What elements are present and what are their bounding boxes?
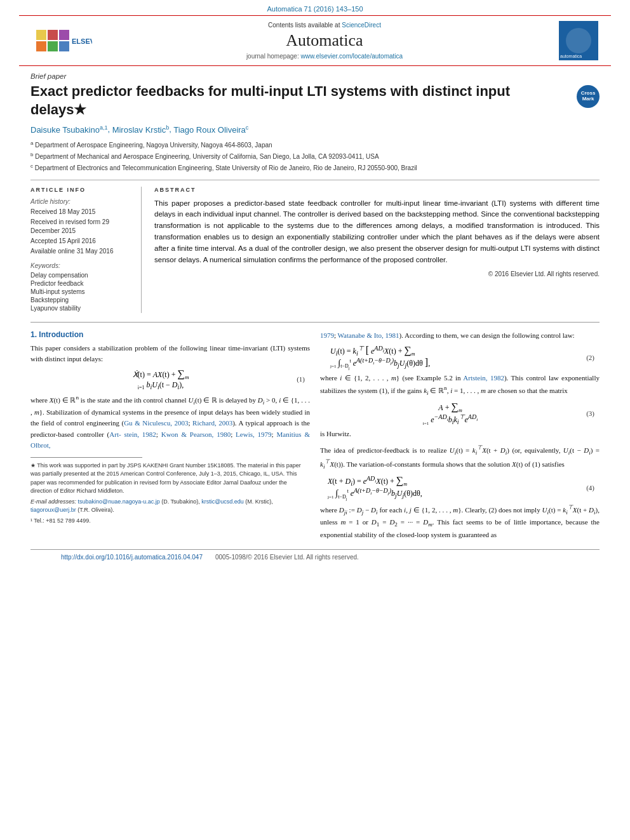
ref-kwon-link[interactable]: Kwon & Pearson, 1980 [161,430,231,438]
abstract-label: ABSTRACT [154,187,600,193]
elsevier-svg-logo: ELSEVIER [35,29,92,53]
affil-b: b Department of Mechanical and Aerospace… [30,151,600,161]
article-info-column: ARTICLE INFO Article history: Received 1… [30,187,142,313]
article-info-label: ARTICLE INFO [30,187,133,193]
email-krstic[interactable]: krstic@ucsd.edu [201,498,244,505]
revised-date: Received in revised form 29 December 201… [30,218,133,236]
svg-rect-2 [59,41,69,51]
keyword-4: Backstepping [30,297,133,303]
eq4-content: X(t + Di) = eADiX(t) + ∑mj=1 ∫t−Djt eA(t… [325,475,575,500]
abstract-column: ABSTRACT This paper proposes a predictor… [154,187,600,313]
paper-type-label: Brief paper [30,72,600,80]
right-para4: The idea of predictor-feedback is to rea… [320,443,600,471]
paper-title-area: Cross Mark Exact predictor feedbacks for… [30,83,600,119]
page: Automatica 71 (2016) 143–150 ELSEVIER [0,0,630,840]
journal-title: Automatica [95,31,554,50]
equation-4: X(t + Di) = eADiX(t) + ∑mj=1 ∫t−Djt eA(t… [325,475,594,500]
equation-2: Ui(t) = ki⊤ [ eADiX(t) + ∑mj=1 ∫t−Djt eA… [325,345,594,370]
journal-thumb-image [559,21,598,60]
eq2-number: (2) [575,354,594,361]
contents-line: Contents lists available at ScienceDirec… [95,22,554,29]
affiliations: a Department of Aerospace Engineering, N… [30,140,600,173]
email-oliveira[interactable]: tiagoroux@uerj.br [30,507,76,513]
ref-1979-link[interactable]: 1979 [320,331,334,339]
authors-line: Daisuke Tsubakinoa,1, Miroslav Krsticb, … [30,124,600,134]
intro-para1: This paper considers a stabilization pro… [30,343,310,364]
copyright-line: © 2016 Elsevier Ltd. All rights reserved… [154,270,600,277]
online-date: Available online 31 May 2016 [30,247,133,256]
eq1-number: (1) [286,375,305,383]
paper-content: Brief paper Cross Mark Exact predictor f… [30,66,600,564]
author-3: Tiago Roux Oliveirac [173,125,248,135]
svg-rect-5 [59,30,69,40]
homepage-link[interactable]: www.elsevier.com/locate/automatica [301,53,403,60]
right-para2: where i ∈ {1, 2, . . . , m} (see Example… [320,373,600,397]
journal-ref: Automatica 71 (2016) 143–150 [0,0,630,15]
elsevier-logo: ELSEVIER [32,29,95,53]
right-para1: 1979; Watanabe & Ito, 1981). According t… [320,330,600,341]
footnote-tel: ¹ Tel.: +81 52 789 4499. [30,517,310,526]
ref-gu-link[interactable]: Gu & Niculescu, 2003 [124,419,188,427]
keyword-5: Lyapunov stability [30,305,133,312]
affil-c: c Department of Electronics and Telecomm… [30,163,600,173]
body-columns: 1. Introduction This paper considers a s… [30,322,600,544]
ref-lewis-link[interactable]: Lewis, 1979 [236,430,271,438]
journal-center: Contents lists available at ScienceDirec… [95,22,554,60]
eq4-number: (4) [575,484,594,491]
equation-3: A + ∑mi=1 e−ADibiki⊤eADi (3) [325,401,594,426]
ref-watanabe-link[interactable]: Watanabe & Ito, 1981 [338,331,399,339]
bottom-strip: http://dx.doi.org/10.1016/j.automatica.2… [30,549,600,564]
homepage-line: journal homepage: www.elsevier.com/locat… [95,53,554,60]
paper-title: Exact predictor feedbacks for multi-inpu… [30,83,600,119]
issn-text: 0005-1098/© 2016 Elsevier Ltd. All right… [215,554,359,561]
journal-thumb [554,21,598,60]
right-para5: where Dji := Dj − Di for each i, j ∈ {1,… [320,503,600,540]
keyword-3: Multi-input systems [30,288,133,295]
email-tsubakino[interactable]: tsubakino@nuae.nagoya-u.ac.jp [78,498,160,505]
abstract-text: This paper proposes a predictor-based st… [154,198,600,266]
keyword-2: Predictor feedback [30,280,133,287]
doi-link[interactable]: http://dx.doi.org/10.1016/j.automatica.2… [61,554,203,561]
crossmark: Cross Mark [577,85,600,108]
sciencedirect-link[interactable]: ScienceDirect [342,22,381,29]
svg-rect-1 [48,41,58,51]
author-1: Daisuke Tsubakinoa,1 [30,125,107,135]
journal-header: ELSEVIER Contents lists available at Sci… [19,15,611,66]
svg-rect-3 [36,30,46,40]
eq2-content: Ui(t) = ki⊤ [ eADiX(t) + ∑mj=1 ∫t−Djt eA… [325,345,575,370]
footnote-star: ★ This work was supported in part by JSP… [30,462,310,496]
accepted-date: Accepted 15 April 2016 [30,237,133,246]
article-info-abstract: ARTICLE INFO Article history: Received 1… [30,180,600,313]
equation-1: Ẋ(t) = AX(t) + ∑mi=1 biUi(t − Di), (1) [36,368,305,391]
section1-heading: 1. Introduction [30,330,310,339]
svg-rect-0 [36,41,46,51]
affil-a: a Department of Aerospace Engineering, N… [30,140,600,150]
body-left-column: 1. Introduction This paper considers a s… [30,330,310,544]
ref-artstein82-link[interactable]: Artstein, 1982 [463,374,504,382]
eq3-number: (3) [575,410,594,417]
author-2: Miroslav Krsticb [112,125,170,135]
eq1-content: Ẋ(t) = AX(t) + ∑mi=1 biUi(t − Di), [36,368,286,391]
svg-rect-4 [48,30,58,40]
received-date: Received 18 May 2015 [30,208,133,217]
intro-para2: where X(t) ∈ ℝn is the state and the ith… [30,393,310,450]
eq3-content: A + ∑mi=1 e−ADibiki⊤eADi [325,401,575,426]
ref-richard-link[interactable]: Richard, 2003 [192,419,232,427]
keyword-1: Delay compensation [30,272,133,279]
keywords-label: Keywords: [30,262,133,269]
footnote-email: E-mail addresses: tsubakino@nuae.nagoya-… [30,498,310,515]
right-para3: is Hurwitz. [320,429,600,439]
svg-text:ELSEVIER: ELSEVIER [72,37,92,45]
ref-artstein-link[interactable]: Art- stein, 1982 [109,430,156,438]
crossmark-icon: Cross Mark [577,85,600,108]
history-label: Article history: [30,198,133,205]
footnote-divider [30,457,142,458]
body-right-column: 1979; Watanabe & Ito, 1981). According t… [320,330,600,544]
